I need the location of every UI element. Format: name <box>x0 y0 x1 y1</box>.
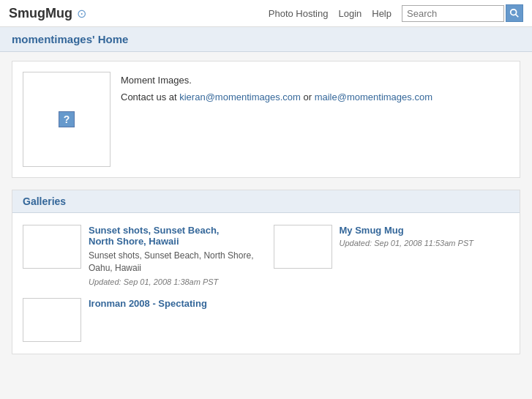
nav-login[interactable]: Login <box>338 8 361 19</box>
main-content: ? Moment Images. Contact us at kieran@mo… <box>0 52 532 399</box>
contact-prefix: Contact us at <box>121 92 179 102</box>
header: SmugMug ⊙ Photo Hosting Login Help <box>0 0 532 27</box>
profile-section: ? Moment Images. Contact us at kieran@mo… <box>12 61 520 178</box>
galleries-header: Galleries <box>12 190 520 213</box>
page-title: momentimages' Home <box>12 33 128 45</box>
gallery-thumbnail <box>23 298 81 342</box>
search-container <box>402 4 523 22</box>
gallery-title[interactable]: My Smug Mug <box>340 225 473 236</box>
gallery-updated: Updated: Sep 01, 2008 11:53am PST <box>340 239 473 247</box>
search-input[interactable] <box>402 5 504 22</box>
logo-area: SmugMug ⊙ <box>9 6 86 21</box>
gallery-thumbnail <box>274 225 332 269</box>
profile-name: Moment Images. <box>121 75 432 86</box>
email-link-1[interactable]: kieran@momentimages.com <box>179 92 301 102</box>
email-link-2[interactable]: maile@momentimages.com <box>315 92 432 102</box>
logo-icon: ⊙ <box>77 7 86 20</box>
svg-point-0 <box>511 10 517 15</box>
gallery-item[interactable]: Sunset shots, Sunset Beach,North Shore, … <box>23 225 259 286</box>
gallery-description: Sunset shots, Sunset Beach, North Shore,… <box>89 250 253 275</box>
gallery-item[interactable]: My Smug Mug Updated: Sep 01, 2008 11:53a… <box>274 225 510 286</box>
gallery-item[interactable]: Ironman 2008 - Spectating <box>23 298 259 342</box>
gallery-info: My Smug Mug Updated: Sep 01, 2008 11:53a… <box>340 225 473 286</box>
svg-line-1 <box>516 15 519 18</box>
contact-middle: or <box>301 92 315 102</box>
gallery-info: Sunset shots, Sunset Beach,North Shore, … <box>89 225 253 286</box>
search-icon <box>509 8 520 18</box>
profile-thumbnail: ? <box>23 72 110 167</box>
logo-text[interactable]: SmugMug <box>9 6 72 21</box>
galleries-section: Galleries Sunset shots, Sunset Beach,Nor… <box>12 190 520 354</box>
galleries-grid: Sunset shots, Sunset Beach,North Shore, … <box>12 213 520 354</box>
search-button[interactable] <box>506 4 523 22</box>
gallery-thumbnail <box>23 225 81 269</box>
profile-contact: Contact us at kieran@momentimages.com or… <box>121 92 432 102</box>
galleries-title: Galleries <box>23 195 66 207</box>
nav-photo-hosting[interactable]: Photo Hosting <box>269 8 329 19</box>
page-title-bar: momentimages' Home <box>0 27 532 52</box>
nav-area: Photo Hosting Login Help <box>269 4 523 22</box>
gallery-updated: Updated: Sep 01, 2008 1:38am PST <box>89 277 253 286</box>
gallery-info: Ironman 2008 - Spectating <box>89 298 207 342</box>
gallery-title[interactable]: Ironman 2008 - Spectating <box>89 298 207 309</box>
profile-placeholder-icon: ? <box>59 111 75 127</box>
profile-info: Moment Images. Contact us at kieran@mome… <box>121 72 432 167</box>
gallery-title[interactable]: Sunset shots, Sunset Beach,North Shore, … <box>89 225 253 247</box>
nav-help[interactable]: Help <box>372 8 391 19</box>
